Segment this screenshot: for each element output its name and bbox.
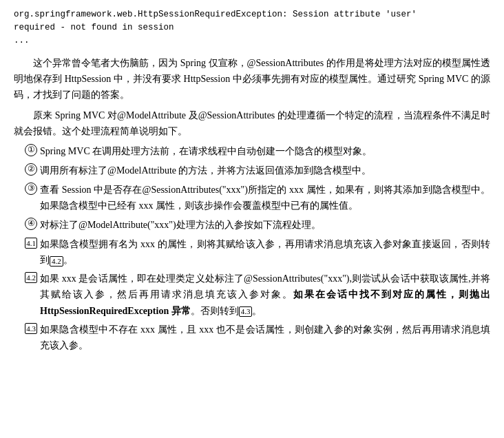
list-item-42-text: 如果 xxx 是会话属性，即在处理类定义处标注了@SessionAttribut… xyxy=(40,271,490,318)
code-block: org.springframework.web.HttpSessionRequi… xyxy=(14,8,490,47)
paragraph-1: 这个异常曾令笔者大伤脑筋，因为 Spring 仅宣称，@SessionAttri… xyxy=(14,55,490,103)
paragraph-1-text: 这个异常曾令笔者大伤脑筋，因为 Spring 仅宣称，@SessionAttri… xyxy=(14,58,490,100)
code-line1: org.springframework.web.HttpSessionRequi… xyxy=(14,10,417,19)
list-item-41-text: 如果隐含模型拥有名为 xxx 的属性，则将其赋给该入参，再用请求消息填充该入参对… xyxy=(40,236,490,268)
ref-42-inline: 4.2 xyxy=(50,256,63,267)
list-item-1-text: Spring MVC 在调用处理方法前，在请求线程中自动创建一个隐含的模型对象。 xyxy=(40,143,490,159)
list-item-42: 4.2 如果 xxx 是会话属性，即在处理类定义处标注了@SessionAttr… xyxy=(25,271,490,318)
list-item-43-text: 如果隐含模型中不存在 xxx 属性，且 xxx 也不是会话属性，则创建入参的对象… xyxy=(40,322,490,353)
list-item-2: ② 调用所有标注了@ModelAttribute 的方法，并将方法返回值添加到隐… xyxy=(25,163,490,178)
list-item-43: 4.3 如果隐含模型中不存在 xxx 属性，且 xxx 也不是会话属性，则创建入… xyxy=(25,322,490,353)
list-item-4-marker: ④ xyxy=(25,218,37,230)
bold-exception-text: 如果在会话中找不到对应的属性，则抛出 HttpSessionRequiredEx… xyxy=(40,289,490,315)
list-item-41: 4.1 如果隐含模型拥有名为 xxx 的属性，则将其赋给该入参，再用请求消息填充… xyxy=(25,236,490,268)
list-item-4: ④ 对标注了@ModelAttribute("xxx")处理方法的入参按如下流程… xyxy=(25,217,490,233)
list-item-41-marker: 4.1 xyxy=(25,238,37,249)
code-line2: required - not found in session xyxy=(14,23,174,32)
list-item-3-text: 查看 Session 中是否存在@SessionAttributes("xxx"… xyxy=(40,182,490,213)
list-item-1: ① Spring MVC 在调用处理方法前，在请求线程中自动创建一个隐含的模型对… xyxy=(25,143,490,159)
paragraph-2-text: 原来 Spring MVC 对@ModelAttribute 及@Session… xyxy=(14,110,490,136)
list-item-42-marker: 4.2 xyxy=(25,272,37,283)
list-item-4-text: 对标注了@ModelAttribute("xxx")处理方法的入参按如下流程处理… xyxy=(40,217,490,233)
code-line3: ... xyxy=(14,36,30,45)
paragraph-2: 原来 Spring MVC 对@ModelAttribute 及@Session… xyxy=(14,107,490,139)
list-item-1-marker: ① xyxy=(25,144,37,156)
list-item-2-marker: ② xyxy=(25,163,37,176)
list-item-3: ③ 查看 Session 中是否存在@SessionAttributes("xx… xyxy=(25,182,490,213)
list-item-43-marker: 4.3 xyxy=(25,323,37,334)
list-item-3-marker: ③ xyxy=(25,182,37,195)
list-item-2-text: 调用所有标注了@ModelAttribute 的方法，并将方法返回值添加到隐含模… xyxy=(40,163,490,178)
ref-43-inline: 4.3 xyxy=(239,306,253,317)
